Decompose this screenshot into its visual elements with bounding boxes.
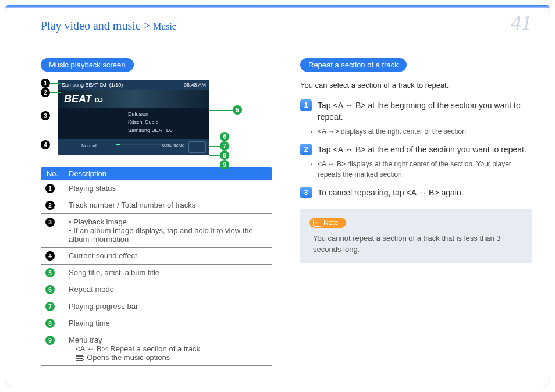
- table-row: 2Track number / Total number of tracks: [41, 197, 272, 214]
- description-table: No. Description 1Playing status 2Track n…: [41, 167, 272, 366]
- step-2-sub: <A ↔ B> displays at the right center of …: [300, 159, 532, 180]
- ss-track-2: Kitschi Cupid: [128, 118, 173, 126]
- th-no: No.: [41, 167, 64, 180]
- menu-icon: [76, 355, 83, 361]
- callout-7: 7: [209, 141, 229, 151]
- table-row: 4Current sound effect: [41, 248, 272, 265]
- step-1-sub: <A →> displays at the right center of th…: [300, 126, 532, 137]
- note-box: ✓ Note You cannot repeat a section of a …: [300, 209, 532, 263]
- table-row: 9 Menu tray <A ↔ B>: Repeat a section of…: [41, 332, 272, 366]
- step-number: 2: [300, 144, 312, 155]
- ss-track-list: Delusion Kitschi Cupid Samsung BEAT DJ: [128, 110, 173, 134]
- ss-bottom-bar: Normal 00:03 02:02: [58, 139, 209, 155]
- callout-4: 4: [41, 140, 61, 149]
- row-badge: 2: [45, 201, 55, 210]
- breadcrumb-main: Play video and music >: [41, 19, 150, 32]
- content-columns: Music playback screen Samsung BEAT DJ (1…: [41, 58, 532, 380]
- right-column: Repeat a section of a track You can sele…: [300, 58, 532, 380]
- callout-badge-2: 2: [41, 88, 50, 97]
- section-title-right: Repeat a section of a track: [300, 58, 407, 72]
- callout-badge-4: 4: [41, 140, 50, 149]
- ss-effect: Normal: [81, 143, 97, 148]
- callout-badge-5: 5: [233, 105, 242, 115]
- page-number: 41: [511, 10, 532, 35]
- step-1: 1 Tap <A ↔ B> at the beginning of the se…: [300, 99, 532, 123]
- step-number: 1: [300, 99, 312, 111]
- row-desc: Repeat mode: [64, 281, 272, 298]
- row-desc: Menu tray <A ↔ B>: Repeat a section of a…: [64, 332, 272, 366]
- row-badge: 1: [45, 184, 55, 193]
- callout-badge-3: 3: [41, 111, 50, 120]
- row-badge: 9: [45, 336, 55, 345]
- table-row: 7Playing progress bar: [41, 298, 272, 315]
- row-desc: Playing progress bar: [64, 298, 272, 315]
- row-badge: 7: [45, 302, 55, 311]
- ss-clock: 06:48 AM: [184, 82, 206, 88]
- breadcrumb: Play video and music > Music: [41, 19, 176, 33]
- ss-brand-text: BEAT: [64, 93, 92, 105]
- row-badge: 4: [45, 251, 55, 261]
- check-icon: ✓: [313, 219, 321, 227]
- ss-brand: BEAT DJ: [58, 90, 209, 108]
- table-row: 3 Playback image If an album image displ…: [41, 214, 272, 248]
- left-column: Music playback screen Samsung BEAT DJ (1…: [41, 58, 272, 380]
- ss-track-count: (1/10): [109, 82, 123, 88]
- ss-time: 00:03 02:02: [162, 143, 184, 147]
- ss-brand-suffix: DJ: [95, 97, 103, 104]
- callout-9: 9: [209, 160, 229, 169]
- ss-album: Samsung BEAT DJ: [62, 82, 106, 88]
- row-desc: Playback image If an album image display…: [64, 214, 272, 248]
- breadcrumb-sub: Music: [153, 22, 176, 31]
- callout-2: 2: [41, 88, 61, 97]
- step-2: 2 Tap <A ↔ B> at the end of the section …: [300, 144, 532, 155]
- row-badge: 6: [45, 285, 55, 294]
- step-3: 3 To cancel repeating, tap <A ↔ B> again…: [300, 187, 532, 198]
- ss-menu-tray: [188, 141, 206, 153]
- music-player-screenshot: Samsung BEAT DJ (1/10) 06:48 AM BEAT DJ …: [58, 80, 209, 155]
- row-badge: 3: [45, 218, 55, 227]
- table-row: 6Repeat mode: [41, 281, 272, 298]
- section-title-left: Music playback screen: [41, 58, 134, 72]
- callout-badge-9: 9: [220, 160, 229, 169]
- row-badge: 8: [45, 319, 55, 328]
- table-row: 5Song title, artist, album title: [41, 265, 272, 281]
- note-text: You cannot repeat a section of a track t…: [309, 233, 522, 255]
- th-desc: Description: [64, 167, 272, 180]
- ss-track-3: Samsung BEAT DJ: [128, 126, 173, 134]
- step-text: Tap <A ↔ B> at the end of the section yo…: [318, 144, 532, 155]
- callout-badge-8: 8: [220, 151, 229, 160]
- callout-6: 6: [209, 132, 229, 141]
- row-desc: Playing time: [64, 315, 272, 332]
- table-row: 1Playing status: [41, 180, 272, 197]
- table-row: 8Playing time: [41, 315, 272, 332]
- step-text: To cancel repeating, tap <A ↔ B> again.: [318, 187, 532, 198]
- row-desc: Song title, artist, album title: [64, 265, 272, 281]
- callout-3: 3: [41, 111, 61, 120]
- ss-status-bar: Samsung BEAT DJ (1/10) 06:48 AM: [58, 80, 209, 90]
- row-desc: Current sound effect: [64, 248, 272, 265]
- callout-1: 1: [41, 79, 61, 88]
- step-number: 3: [300, 187, 312, 198]
- screenshot-wrapper: Samsung BEAT DJ (1/10) 06:48 AM BEAT DJ …: [41, 80, 227, 155]
- intro-text: You can select a section of a track to r…: [300, 80, 532, 91]
- row-badge: 5: [45, 268, 55, 277]
- callout-badge-1: 1: [41, 79, 50, 88]
- callout-5: 5: [209, 105, 242, 115]
- note-label: ✓ Note: [309, 218, 346, 228]
- callout-badge-7: 7: [220, 141, 229, 151]
- step-text: Tap <A ↔ B> at the beginning of the sect…: [318, 99, 532, 123]
- row-desc: Playing status: [64, 180, 272, 197]
- row-desc: Track number / Total number of tracks: [64, 197, 272, 214]
- callout-8: 8: [209, 151, 229, 160]
- ss-track-1: Delusion: [128, 110, 173, 118]
- callout-badge-6: 6: [220, 132, 229, 141]
- page-header: Play video and music > Music 41: [41, 10, 532, 35]
